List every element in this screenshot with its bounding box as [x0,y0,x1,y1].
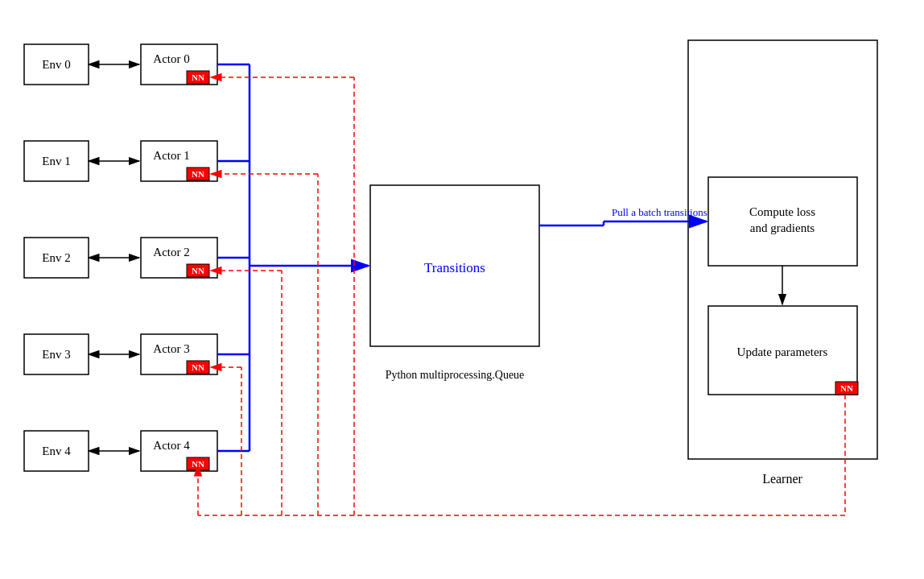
actor2-label: Actor 2 [153,246,189,258]
queue-label: Python multiprocessing.Queue [386,369,525,381]
actor3-nn-label: NN [192,362,204,372]
env0-label: Env 0 [42,58,70,71]
update-params-label: Update parameters [737,345,828,358]
actor4-label: Actor 4 [153,439,190,452]
actor0-label: Actor 0 [153,52,189,65]
env2-label: Env 2 [42,251,70,264]
compute-loss-label-1: Compute loss [749,205,815,218]
actor0-nn-label: NN [192,72,204,82]
learner-label: Learner [762,472,802,486]
actor3-label: Actor 3 [153,342,189,355]
actor2-nn-label: NN [192,266,204,275]
actor1-nn-label: NN [192,169,204,179]
env3-label: Env 3 [42,348,70,361]
transitions-label: Transitions [424,260,485,275]
compute-loss-label-2: and gradients [750,221,815,234]
env1-label: Env 1 [42,155,70,167]
learner-nn-label: NN [840,383,853,393]
env4-label: Env 4 [42,445,71,457]
pull-batch-label: Pull a batch transitions [612,206,707,218]
diagram-svg: Env 0 Env 1 Env 2 Env 3 Env 4 Actor 0 NN… [0,0,924,579]
actor1-label: Actor 1 [153,149,189,162]
actor4-nn-label: NN [192,459,204,469]
